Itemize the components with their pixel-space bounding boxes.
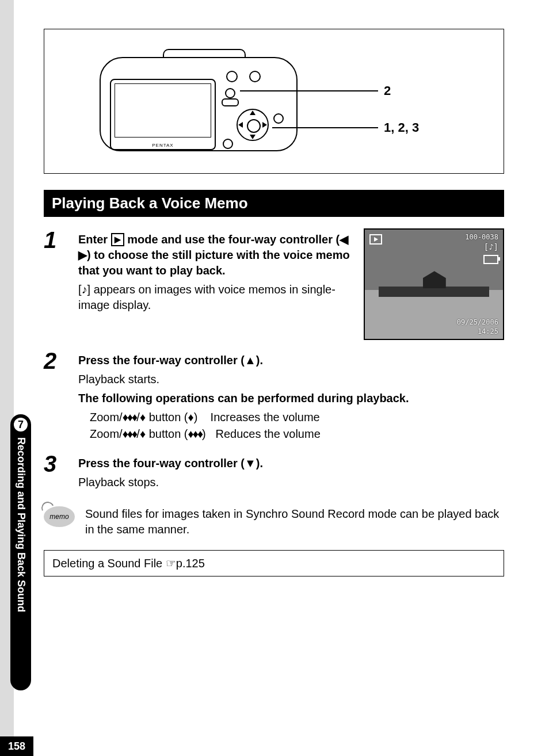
step-3: 3 Press the four-way controller (▼). Pla…: [44, 452, 504, 494]
page: 7 Recording and Playing Back Sound 158 P…: [0, 0, 549, 756]
step-1-number: 1: [44, 228, 67, 340]
xref-page: p.125: [176, 557, 205, 570]
zoom-single-icon: ♦: [140, 411, 146, 423]
camera-screen-inner: [115, 83, 211, 138]
step-2-subheading: The following operations can be performe…: [78, 391, 504, 406]
leader-line-2: [272, 127, 378, 128]
step-1: 1 100-0038 [♪] 09/25/2006 14:25 Enter ▶ …: [44, 228, 504, 340]
camera-body: PENTAX: [100, 57, 298, 151]
camera-button-small-1: [226, 71, 238, 82]
callout-bottom: 1, 2, 3: [384, 120, 419, 135]
xref-text: Deleting a Sound File: [52, 557, 166, 570]
step-2-number: 2: [44, 349, 67, 443]
chapter-title: Recording and Playing Back Sound: [14, 437, 28, 685]
camera-button-small-2: [249, 71, 261, 82]
camera-button-small-5: [223, 139, 233, 149]
pointer-icon: ☞: [166, 557, 176, 570]
camera-button-small-3: [225, 88, 235, 98]
playback-mode-icon: ▶: [111, 233, 124, 246]
camera-dpad: [237, 109, 269, 141]
step-3-title: Press the four-way controller (▼).: [78, 456, 504, 471]
screen-date: 09/25/2006: [457, 318, 498, 326]
zoom-single-icon-3: ♦: [140, 427, 146, 440]
sound-icon: [♪]: [78, 283, 90, 296]
content-area: PENTAX: [44, 29, 504, 576]
camera-button-pill: [222, 98, 239, 106]
zoom-single-icon-2: ♦: [188, 411, 193, 423]
step-3-number: 3: [44, 452, 67, 494]
step-2-body: Press the four-way controller (▲). Playb…: [78, 349, 504, 443]
step-2-op1: Zoom/♦♦♦/♦ button (♦) Increases the volu…: [90, 410, 504, 425]
memo-icon: memo: [44, 506, 75, 527]
page-number: 158: [0, 736, 33, 756]
lcd-screen-inset: 100-0038 [♪] 09/25/2006 14:25: [364, 228, 504, 340]
step-2: 2 Press the four-way controller (▲). Pla…: [44, 349, 504, 443]
camera-button-small-4: [273, 113, 284, 124]
camera-screen: PENTAX: [110, 79, 216, 150]
step-1-body: 100-0038 [♪] 09/25/2006 14:25 Enter ▶ mo…: [78, 228, 504, 340]
screen-time: 14:25: [478, 327, 498, 335]
up-arrow-icon: ▲: [245, 354, 256, 366]
section-heading: Playing Back a Voice Memo: [44, 190, 504, 217]
zoom-multi-icon-3: ♦♦♦: [188, 427, 202, 440]
step-2-title: Press the four-way controller (▲).: [78, 353, 504, 368]
memo-text: Sound files for images taken in Synchro …: [85, 506, 504, 537]
voice-memo-icon: [♪]: [484, 242, 498, 251]
step-2-line1: Playback starts.: [78, 372, 504, 387]
chapter-number: 7: [14, 418, 28, 432]
camera-brand: PENTAX: [111, 143, 215, 148]
battery-icon: [483, 255, 498, 264]
leader-line-1: [240, 90, 378, 91]
cross-reference-box: Deleting a Sound File ☞p.125: [44, 550, 504, 576]
camera-illustration: PENTAX: [100, 45, 301, 155]
callout-top: 2: [384, 83, 391, 98]
zoom-multi-icon-2: ♦♦♦: [123, 427, 137, 440]
down-arrow-icon: ▼: [245, 457, 256, 469]
play-mode-icon: [369, 234, 382, 245]
memo-block: memo Sound files for images taken in Syn…: [44, 506, 504, 537]
camera-illustration-box: PENTAX: [44, 29, 504, 174]
step-3-body: Press the four-way controller (▼). Playb…: [78, 452, 504, 494]
file-number: 100-0038: [465, 233, 498, 241]
step-2-op2: Zoom/♦♦♦/♦ button (♦♦♦) Reduces the volu…: [90, 426, 504, 442]
step-3-line1: Playback stops.: [78, 475, 504, 490]
zoom-multi-icon: ♦♦♦: [123, 411, 137, 423]
